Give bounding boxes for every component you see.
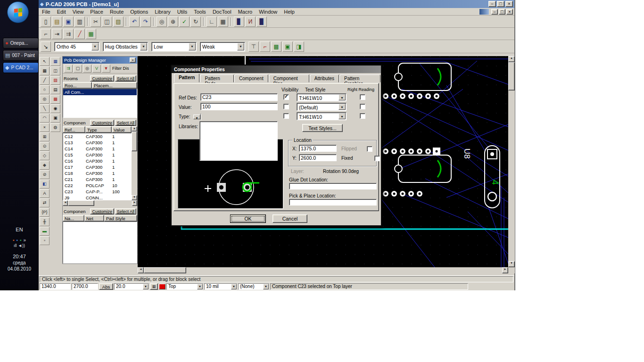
- clipboard-icon[interactable]: ▣: [50, 114, 60, 123]
- zoom-tool-icon[interactable]: ◎: [40, 95, 50, 104]
- components-scrollbar[interactable]: ▲ ▼: [132, 126, 137, 200]
- libraries-listbox[interactable]: [199, 121, 278, 161]
- design-manager-toggle-icon[interactable]: ▦: [50, 57, 60, 66]
- visibility-checkbox[interactable]: [283, 94, 289, 100]
- miter-icon[interactable]: ╱: [74, 29, 85, 39]
- canvas-hscrollbar[interactable]: ◄ ►: [138, 267, 508, 273]
- room-row[interactable]: All Com...: [63, 89, 137, 95]
- dm-selection-box-icon[interactable]: ▢: [74, 65, 82, 73]
- menu-item[interactable]: DocTool: [209, 8, 235, 15]
- type-select[interactable]: CAP-PCL ▼: [200, 114, 201, 120]
- components-column-type[interactable]: Type: [85, 126, 112, 133]
- sheet-icon[interactable]: ▤: [50, 85, 60, 94]
- nets-select-all-button[interactable]: Select All: [115, 208, 136, 214]
- measure-icon[interactable]: ∟: [206, 16, 217, 27]
- drc-check-icon[interactable]: ✓: [179, 16, 190, 27]
- select-tool-icon[interactable]: ↖: [40, 57, 50, 66]
- menu-item[interactable]: Library: [151, 8, 174, 15]
- components-select-all-button[interactable]: Select All: [115, 120, 136, 126]
- mdi-minimize-button[interactable]: –: [491, 9, 498, 15]
- right-reading-checkbox[interactable]: [360, 104, 365, 109]
- layer-color-swatch[interactable]: [159, 284, 165, 289]
- ortho-mode-select[interactable]: Ortho 45 ▼: [54, 42, 99, 51]
- panel-close-button[interactable]: ×: [130, 58, 136, 63]
- taskbar-opera[interactable]: ● Опера...: [3, 38, 39, 49]
- keepout-tool-icon[interactable]: ⊘: [40, 170, 50, 179]
- point-tool-icon[interactable]: {P}: [40, 208, 50, 217]
- component-row[interactable]: J9 CONN...: [63, 195, 131, 200]
- value-input[interactable]: [200, 103, 278, 110]
- menu-item[interactable]: Route: [107, 8, 127, 15]
- glue-dot-input[interactable]: [289, 183, 377, 189]
- undo-icon[interactable]: ↶: [129, 16, 140, 27]
- components-hscrollbar[interactable]: ◄ ►: [63, 200, 137, 206]
- components-column-value[interactable]: Value: [112, 126, 132, 133]
- layer-select[interactable]: Top ▼: [166, 283, 203, 290]
- arc-tool-icon[interactable]: ◠: [40, 114, 50, 123]
- grid-select[interactable]: 20.0 ▼: [114, 283, 149, 290]
- dm-filter-icon[interactable]: ▼: [102, 65, 110, 73]
- right-reading-checkbox[interactable]: [360, 113, 365, 119]
- location-y-input[interactable]: [299, 154, 337, 161]
- right-reading-checkbox[interactable]: [360, 94, 365, 100]
- rooms-column-header[interactable]: Roo...: [63, 82, 92, 89]
- fixed-checkbox[interactable]: [374, 156, 380, 161]
- location-x-input[interactable]: [299, 145, 337, 152]
- menu-item[interactable]: Tools: [190, 8, 209, 15]
- orthogonal-line-icon[interactable]: ⌐: [41, 29, 51, 39]
- menu-item[interactable]: Window: [256, 8, 281, 15]
- verify-design-icon[interactable]: ▨: [50, 76, 60, 85]
- menu-item[interactable]: Place: [87, 8, 107, 15]
- via-tool-icon[interactable]: ⊙: [40, 142, 50, 151]
- tray-app-blue-icon[interactable]: ▪: [16, 238, 18, 243]
- ok-button[interactable]: OK: [230, 214, 266, 223]
- menu-item[interactable]: Utils: [174, 8, 190, 15]
- hug-mode-select[interactable]: Hug Obstacles ▼: [103, 42, 148, 51]
- cursor-x-field[interactable]: 1340.0: [40, 283, 71, 290]
- record-icon[interactable]: ◉: [50, 104, 60, 113]
- component-row[interactable]: C22 POLCAP 10: [63, 182, 131, 189]
- grid-display-icon[interactable]: ▦: [218, 16, 228, 27]
- clock-time[interactable]: 20:47: [0, 254, 39, 259]
- dm-highlight-icon[interactable]: V: [92, 65, 101, 73]
- symbol-editor-icon[interactable]: И: [245, 16, 256, 27]
- strength-select[interactable]: Weak ▼: [200, 42, 245, 51]
- mdi-restore-button[interactable]: □: [499, 9, 505, 15]
- component-row[interactable]: C12 CAP300 1: [63, 133, 131, 140]
- component-row[interactable]: C21 CAP300 1: [63, 176, 131, 182]
- grid-tool-icon[interactable]: ▦: [40, 66, 50, 75]
- component-row[interactable]: C23 CAP-P... 100: [63, 189, 131, 195]
- board-view-icon[interactable]: ▩: [271, 41, 281, 52]
- cut-icon[interactable]: ✂: [91, 16, 101, 27]
- spreadsheet-icon[interactable]: ▦: [86, 29, 96, 39]
- text-style-select[interactable]: (Default) ▼: [297, 103, 347, 111]
- tray-app-green-icon[interactable]: ▪: [20, 238, 22, 243]
- ref-des-input[interactable]: [200, 93, 278, 101]
- rooms-select-all-button[interactable]: Select All: [115, 75, 136, 82]
- dialog-tab[interactable]: Pattern Graphics: [339, 74, 380, 82]
- polyline-tool-icon[interactable]: ╱: [40, 76, 50, 85]
- tray-chevron-icon[interactable]: »: [24, 238, 26, 243]
- dialog-tab[interactable]: Pattern: [174, 74, 199, 82]
- minimize-button[interactable]: –: [488, 1, 496, 7]
- priority-select[interactable]: Low ▼: [151, 42, 197, 51]
- volume-icon[interactable]: ◄)): [18, 243, 25, 248]
- taskbar-pcad[interactable]: ◆ P CAD 2...: [3, 62, 39, 73]
- line-width-select[interactable]: 10 mil ▼: [204, 283, 237, 290]
- split-view-icon[interactable]: ◫: [50, 66, 60, 75]
- network-signal-icon[interactable]: ıll: [14, 243, 17, 248]
- rooms-column-header[interactable]: Placem...: [92, 82, 137, 89]
- component-row[interactable]: C18 CAP300 1: [63, 170, 131, 176]
- text-style-select[interactable]: T:H61W10 ▼: [297, 93, 347, 101]
- nets-column-name[interactable]: Na...: [63, 215, 84, 222]
- library-manager-icon[interactable]: ▉: [256, 16, 267, 27]
- pattern-editor-icon[interactable]: ▊: [234, 16, 244, 27]
- manual-route-icon[interactable]: ↘: [41, 41, 51, 52]
- component-row[interactable]: C17 CAP300 1: [63, 164, 131, 170]
- dialog-tab[interactable]: Attributes: [310, 74, 339, 82]
- cursor-y-field[interactable]: 2700.0: [72, 283, 98, 290]
- copy-icon[interactable]: ◫: [102, 16, 112, 27]
- component-row[interactable]: C13 CAP300 1: [63, 140, 131, 146]
- flipped-checkbox[interactable]: [367, 146, 372, 152]
- open-icon[interactable]: ▤: [52, 16, 62, 27]
